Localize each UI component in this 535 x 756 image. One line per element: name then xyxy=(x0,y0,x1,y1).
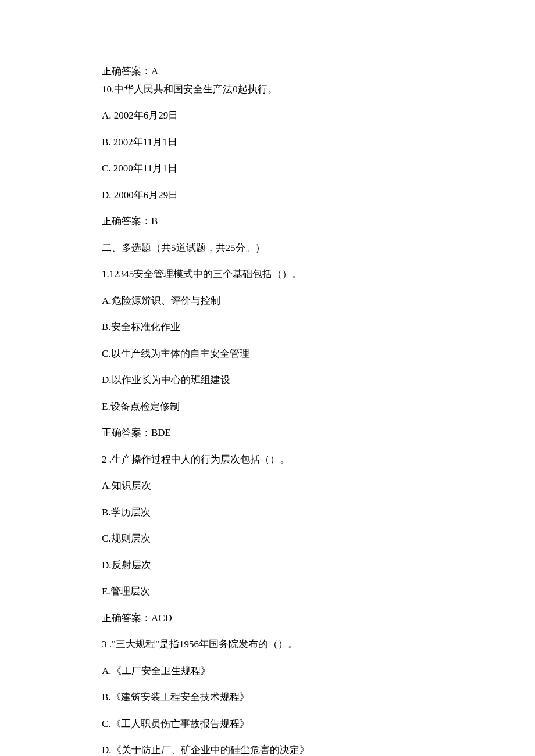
option: C. 2000年11月1日 xyxy=(102,161,433,176)
option: A.知识层次 xyxy=(102,478,433,493)
answer-label: 正确答案：A xyxy=(102,64,433,79)
option: C.以生产线为主体的自主安全管理 xyxy=(102,346,433,361)
question-stem: 1.12345安全管理模式中的三个基础包括（）。 xyxy=(102,267,433,282)
option: A.《工厂安全卫生规程》 xyxy=(102,664,433,679)
option: E.管理层次 xyxy=(102,584,433,599)
answer-label: 正确答案：B xyxy=(102,214,433,229)
option: A. 2002年6月29日 xyxy=(102,108,433,123)
option: D.《关于防止厂、矿企业中的硅尘危害的决定》 xyxy=(102,743,433,756)
option: A.危险源辨识、评价与控制 xyxy=(102,293,433,309)
option: C.规则层次 xyxy=(102,531,433,546)
question-stem: 10.中华人民共和国安全生产法0起执行。 xyxy=(102,82,433,97)
question-stem: 2 .生产操作过程中人的行为层次包括（）。 xyxy=(102,452,433,467)
question-stem: 3 ."三大规程"是指1956年国务院发布的（）。 xyxy=(102,637,433,652)
option: B.安全标准化作业 xyxy=(102,320,433,335)
option: D. 2000年6月29日 xyxy=(102,188,433,203)
option: C.《工人职员伤亡事故报告规程》 xyxy=(102,716,433,732)
option: B. 2002年11月1日 xyxy=(102,135,433,150)
option: D.以作业长为中心的班组建设 xyxy=(102,372,433,388)
answer-label: 正确答案：BDE xyxy=(102,425,433,440)
section-header: 二、多选题（共5道试题，共25分。） xyxy=(102,241,433,256)
option: B.学历层次 xyxy=(102,505,433,520)
answer-label: 正确答案：ACD xyxy=(102,611,433,626)
option: E.设备点检定修制 xyxy=(102,399,433,414)
option: D.反射层次 xyxy=(102,558,433,573)
option: B.《建筑安装工程安全技术规程》 xyxy=(102,690,433,705)
